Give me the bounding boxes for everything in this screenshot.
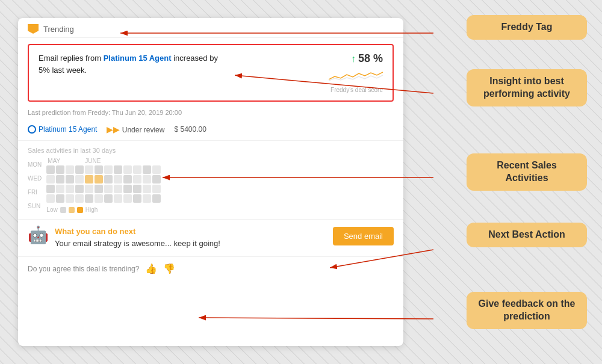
annotation-recent-sales: Recent Sales Activities bbox=[467, 153, 587, 191]
nba-section: 🤖 What you can do next Your email strate… bbox=[18, 219, 403, 256]
deal-name[interactable]: Platinum 15 Agent bbox=[39, 125, 97, 134]
freddy-tag-section: Trending bbox=[18, 18, 403, 38]
nba-content: What you can do next Your email strategy… bbox=[55, 227, 327, 249]
wave-chart bbox=[329, 67, 383, 85]
thumbs-up-icon[interactable]: 👍 bbox=[145, 263, 157, 274]
feedback-label: Do you agree this deal is trending? bbox=[28, 265, 139, 273]
legend-cell-high bbox=[77, 207, 83, 213]
legend-row: Low High bbox=[46, 206, 394, 213]
deal-info-row: Platinum 15 Agent ▶▶ Under review $ 5400… bbox=[18, 121, 403, 141]
month-june: JUNE bbox=[85, 158, 121, 164]
deal-tag: Platinum 15 Agent bbox=[28, 125, 97, 134]
cell bbox=[104, 194, 113, 203]
legend-cell-low bbox=[60, 207, 66, 213]
cell bbox=[123, 194, 132, 203]
send-email-button[interactable]: Send email bbox=[333, 227, 394, 245]
day-wed: WED bbox=[28, 174, 42, 184]
heatmap-row-sun bbox=[46, 194, 394, 203]
cell bbox=[46, 185, 55, 193]
cell bbox=[66, 185, 74, 193]
month-labels: MAY JUNE bbox=[48, 158, 394, 164]
cell bbox=[143, 194, 151, 203]
annotation-give-feedback: Give feedback on the prediction bbox=[467, 292, 587, 329]
annotation-insight: Insight into best performing activity bbox=[467, 69, 587, 106]
cell bbox=[152, 175, 161, 184]
legend-high-label: High bbox=[85, 206, 98, 213]
cell bbox=[46, 175, 55, 184]
cell bbox=[152, 165, 161, 174]
last-prediction: Last prediction from Freddy: Thu Jun 20,… bbox=[18, 108, 403, 121]
cell bbox=[123, 175, 132, 184]
cell bbox=[104, 165, 113, 174]
cell bbox=[143, 165, 151, 174]
cell bbox=[85, 165, 93, 174]
heatmap-row-wed bbox=[46, 175, 394, 184]
cell bbox=[66, 194, 74, 203]
cell bbox=[152, 185, 161, 193]
heatmap-grid: MAY JUNE bbox=[46, 158, 394, 213]
cell bbox=[75, 185, 84, 193]
circle-icon bbox=[28, 125, 36, 134]
activities-title: Sales activities in last 30 days bbox=[28, 147, 394, 154]
review-icon: ▶▶ bbox=[107, 125, 120, 134]
cell bbox=[123, 185, 132, 193]
cell bbox=[133, 194, 141, 203]
cell bbox=[114, 185, 122, 193]
cell bbox=[143, 185, 151, 193]
day-sun: SUN bbox=[28, 202, 42, 211]
month-may: MAY bbox=[48, 158, 84, 164]
insight-highlight: Platinum 15 Agent bbox=[104, 54, 172, 63]
deal-status: ▶▶ Under review bbox=[107, 125, 164, 134]
robot-icon: 🤖 bbox=[28, 227, 49, 244]
annotation-next-best-action: Next Best Action bbox=[467, 223, 587, 247]
nba-message: Your email strategy is awesome... keep i… bbox=[55, 238, 327, 249]
cell bbox=[75, 165, 84, 174]
cell bbox=[104, 185, 113, 193]
cell bbox=[133, 165, 141, 174]
cell bbox=[75, 194, 84, 203]
cell bbox=[123, 165, 132, 174]
legend-low-label: Low bbox=[46, 206, 57, 213]
heatmap-rows bbox=[46, 165, 394, 203]
score-block: ↑ 58 % Freddy's deal score bbox=[317, 52, 383, 93]
annotation-freddy-tag: Freddy Tag bbox=[467, 15, 587, 40]
heatmap-row-mon bbox=[46, 165, 394, 174]
cell bbox=[66, 175, 74, 184]
cell bbox=[75, 175, 84, 184]
cell bbox=[56, 175, 64, 184]
flag-icon bbox=[28, 24, 39, 34]
cell bbox=[114, 194, 122, 203]
insight-section: Email replies from Platinum 15 Agent inc… bbox=[28, 44, 394, 102]
cell bbox=[95, 185, 103, 193]
cell bbox=[85, 185, 93, 193]
cell bbox=[114, 175, 122, 184]
cell bbox=[56, 165, 64, 174]
insight-text: Email replies from Platinum 15 Agent inc… bbox=[39, 52, 231, 76]
day-mon: MON bbox=[28, 160, 42, 170]
heatmap-container: MON WED FRI SUN MAY JUNE bbox=[28, 158, 394, 213]
deal-amount: $ 5400.00 bbox=[174, 125, 206, 134]
day-labels: MON WED FRI SUN bbox=[28, 158, 42, 213]
cell bbox=[46, 194, 55, 203]
arrow-up-icon: ↑ bbox=[351, 54, 356, 64]
main-card: Trending Email replies from Platinum 15 … bbox=[18, 18, 403, 346]
tag-label: Trending bbox=[43, 25, 74, 34]
activities-section: Sales activities in last 30 days MON WED… bbox=[18, 141, 403, 219]
cell bbox=[56, 185, 64, 193]
legend-cell-med bbox=[69, 207, 75, 213]
cell bbox=[152, 194, 161, 203]
cell bbox=[104, 175, 113, 184]
cell bbox=[95, 194, 103, 203]
cell bbox=[85, 175, 93, 184]
feedback-section: Do you agree this deal is trending? 👍 👎 bbox=[18, 256, 403, 280]
cell bbox=[133, 185, 141, 193]
cell bbox=[95, 165, 103, 174]
day-fri: FRI bbox=[28, 188, 42, 197]
cell bbox=[133, 175, 141, 184]
thumbs-down-icon[interactable]: 👎 bbox=[163, 263, 175, 274]
heatmap-row-fri bbox=[46, 185, 394, 193]
cell bbox=[95, 175, 103, 184]
insight-text-before: Email replies from bbox=[39, 54, 104, 63]
cell bbox=[85, 194, 93, 203]
cell bbox=[143, 175, 151, 184]
